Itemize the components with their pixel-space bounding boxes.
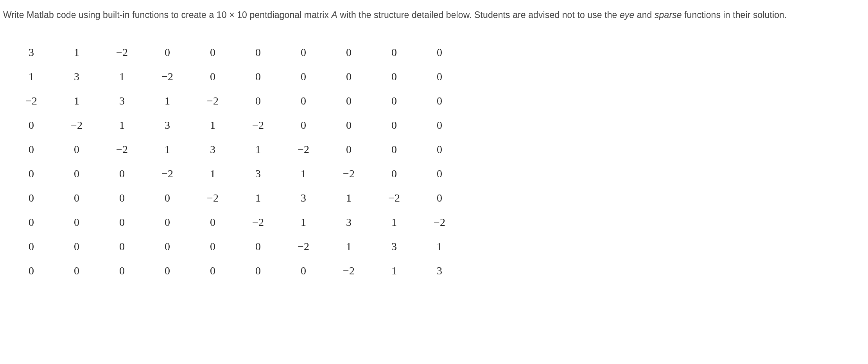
matrix-cell: 1 <box>371 259 417 283</box>
document-root: Write Matlab code using built-in functio… <box>0 0 868 283</box>
matrix-cell: 0 <box>417 65 462 89</box>
matrix-cell: 3 <box>235 162 281 186</box>
matrix-cell: 0 <box>371 40 417 65</box>
matrix-cell: 0 <box>371 137 417 162</box>
matrix-cell: 0 <box>99 162 145 186</box>
prompt-text-3: with the structure detailed below. Stude… <box>337 10 620 20</box>
matrix-cell: 0 <box>99 259 145 283</box>
matrix-cell: 1 <box>54 89 99 113</box>
matrix-cell: 0 <box>371 65 417 89</box>
matrix-body: 31−20000000131−2000000−2131−2000000−2131… <box>9 40 462 283</box>
matrix-cell: −2 <box>281 234 326 259</box>
matrix-cell: 1 <box>99 113 145 137</box>
matrix-cell: 0 <box>54 186 99 210</box>
matrix-cell: 0 <box>54 234 99 259</box>
matrix-cell: −2 <box>235 113 281 137</box>
matrix-cell: 3 <box>9 40 54 65</box>
matrix-cell: 0 <box>9 137 54 162</box>
matrix-cell: 0 <box>417 162 462 186</box>
sparse-func: sparse <box>655 10 682 20</box>
matrix-cell: 0 <box>145 186 190 210</box>
matrix-container: 31−20000000131−2000000−2131−2000000−2131… <box>9 40 865 283</box>
matrix-cell: −2 <box>235 210 281 234</box>
matrix-cell: 0 <box>99 234 145 259</box>
matrix-cell: 1 <box>145 137 190 162</box>
matrix-cell: 0 <box>326 65 371 89</box>
matrix-cell: 1 <box>235 186 281 210</box>
matrix-cell: 0 <box>371 162 417 186</box>
matrix-row: 000000−2131 <box>9 234 462 259</box>
matrix-cell: 1 <box>9 65 54 89</box>
matrix-cell: −2 <box>145 162 190 186</box>
matrix-cell: 0 <box>54 210 99 234</box>
matrix-cell: 3 <box>54 65 99 89</box>
matrix-row: 0000000−213 <box>9 259 462 283</box>
matrix-row: −2131−200000 <box>9 89 462 113</box>
matrix-cell: 0 <box>281 65 326 89</box>
matrix-name: A <box>332 10 337 20</box>
matrix-cell: −2 <box>417 210 462 234</box>
pentadiagonal-matrix: 31−20000000131−2000000−2131−2000000−2131… <box>9 40 462 283</box>
matrix-cell: 0 <box>54 162 99 186</box>
matrix-cell: 0 <box>9 186 54 210</box>
matrix-cell: 3 <box>281 186 326 210</box>
matrix-cell: 0 <box>417 89 462 113</box>
matrix-cell: 0 <box>371 113 417 137</box>
matrix-cell: −2 <box>9 89 54 113</box>
matrix-cell: 1 <box>281 210 326 234</box>
matrix-cell: 0 <box>417 137 462 162</box>
matrix-cell: 3 <box>371 234 417 259</box>
matrix-cell: 0 <box>145 259 190 283</box>
matrix-cell: 0 <box>371 89 417 113</box>
matrix-cell: 0 <box>190 210 235 234</box>
matrix-row: 0000−2131−20 <box>9 186 462 210</box>
matrix-cell: 0 <box>9 162 54 186</box>
matrix-cell: 1 <box>190 113 235 137</box>
matrix-cell: 0 <box>417 40 462 65</box>
matrix-cell: 0 <box>235 40 281 65</box>
matrix-row: 0−2131−20000 <box>9 113 462 137</box>
matrix-cell: 0 <box>417 113 462 137</box>
matrix-cell: −2 <box>190 186 235 210</box>
matrix-cell: 1 <box>190 162 235 186</box>
matrix-cell: 1 <box>99 65 145 89</box>
matrix-cell: 0 <box>190 40 235 65</box>
matrix-cell: −2 <box>54 113 99 137</box>
matrix-cell: −2 <box>190 89 235 113</box>
matrix-cell: 1 <box>326 234 371 259</box>
matrix-cell: −2 <box>326 162 371 186</box>
matrix-row: 000−2131−200 <box>9 162 462 186</box>
matrix-cell: 0 <box>235 259 281 283</box>
matrix-cell: 0 <box>326 40 371 65</box>
eye-func: eye <box>620 10 634 20</box>
matrix-cell: 0 <box>326 113 371 137</box>
matrix-cell: 0 <box>9 234 54 259</box>
matrix-cell: 0 <box>145 210 190 234</box>
prompt-text-4: functions in their solution. <box>682 10 787 20</box>
matrix-cell: 0 <box>99 186 145 210</box>
matrix-cell: 1 <box>281 162 326 186</box>
matrix-cell: −2 <box>326 259 371 283</box>
matrix-cell: −2 <box>281 137 326 162</box>
matrix-cell: 1 <box>145 89 190 113</box>
matrix-cell: 0 <box>54 137 99 162</box>
matrix-cell: 0 <box>281 113 326 137</box>
matrix-cell: 3 <box>326 210 371 234</box>
matrix-cell: 1 <box>54 40 99 65</box>
matrix-cell: 0 <box>281 40 326 65</box>
matrix-cell: 0 <box>190 234 235 259</box>
prompt-and: and <box>634 10 655 20</box>
matrix-cell: 0 <box>281 259 326 283</box>
matrix-cell: 1 <box>417 234 462 259</box>
matrix-cell: 0 <box>99 210 145 234</box>
prompt-text-1: Write Matlab code using built-in functio… <box>3 10 229 20</box>
matrix-cell: 0 <box>145 40 190 65</box>
matrix-cell: 3 <box>99 89 145 113</box>
matrix-cell: 0 <box>326 89 371 113</box>
matrix-row: 31−20000000 <box>9 40 462 65</box>
matrix-row: 00000−2131−2 <box>9 210 462 234</box>
matrix-cell: −2 <box>371 186 417 210</box>
matrix-cell: 1 <box>326 186 371 210</box>
matrix-cell: 0 <box>326 137 371 162</box>
matrix-cell: 0 <box>190 259 235 283</box>
